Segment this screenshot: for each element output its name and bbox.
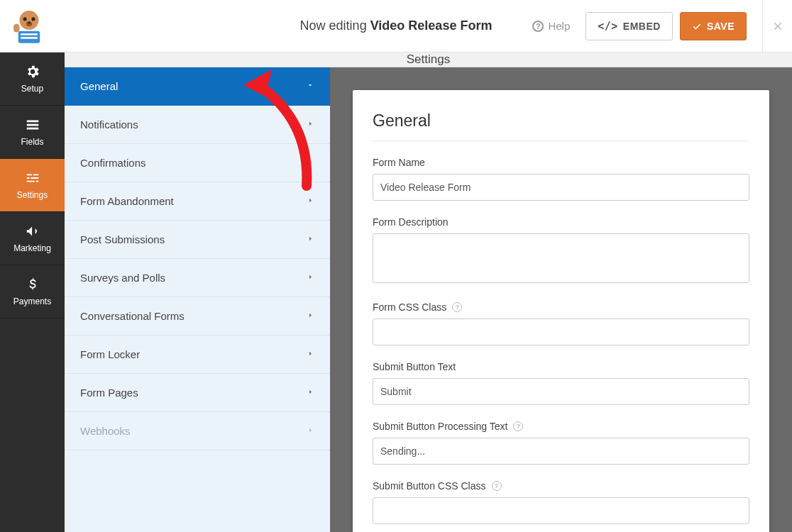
sliders-icon	[25, 170, 40, 186]
app-logo	[9, 6, 50, 47]
submit-processing-label: Submit Button Processing Text	[373, 421, 507, 432]
embed-label: EMBED	[623, 21, 661, 32]
sidebar-item-label: Confirmations	[80, 157, 146, 169]
help-icon: ?	[532, 21, 544, 32]
nav-marketing[interactable]: Marketing	[0, 212, 65, 265]
nav-label: Fields	[21, 137, 43, 147]
sidebar-item-confirmations[interactable]: Confirmations	[65, 144, 330, 182]
chevron-right-icon	[307, 272, 314, 283]
sidebar-item-label: Webhooks	[80, 425, 131, 437]
panel-heading: General	[373, 111, 749, 141]
chevron-right-icon	[307, 234, 314, 245]
chevron-right-icon	[307, 349, 314, 360]
sidebar-item-label: Surveys and Polls	[80, 272, 165, 284]
header-actions: ? Help </> EMBED SAVE	[532, 0, 792, 52]
submit-css-class-input[interactable]	[373, 497, 749, 524]
svg-point-0	[20, 11, 39, 30]
save-label: SAVE	[707, 21, 735, 32]
form-title: Video Release Form	[370, 18, 493, 33]
nav-fields[interactable]: Fields	[0, 106, 65, 159]
chevron-right-icon	[307, 311, 314, 321]
help-link[interactable]: ? Help	[532, 20, 570, 32]
nav-label: Settings	[17, 190, 48, 200]
help-label: Help	[548, 20, 570, 32]
check-icon	[692, 21, 702, 31]
sidebar-item-label: General	[80, 80, 118, 92]
sidebar-item-webhooks[interactable]: Webhooks	[65, 412, 330, 450]
nav-label: Setup	[21, 84, 43, 94]
settings-sidebar: General Notifications Confirmations	[65, 67, 330, 532]
svg-rect-7	[21, 37, 38, 39]
general-settings-panel: General Form Name Form Description Form …	[353, 90, 769, 532]
nav-payments[interactable]: Payments	[0, 265, 65, 318]
submit-css-class-label: Submit Button CSS Class	[373, 480, 486, 492]
list-icon	[25, 117, 40, 133]
sidebar-item-label: Notifications	[80, 118, 138, 131]
nav-setup[interactable]: Setup	[0, 52, 65, 106]
settings-title: Settings	[407, 52, 450, 67]
chevron-down-icon	[306, 81, 314, 92]
sidebar-item-form-pages[interactable]: Form Pages	[65, 374, 330, 412]
left-nav: Setup Fields Settings Marketing Payments	[0, 52, 65, 532]
settings-title-bar: Settings	[65, 52, 792, 67]
form-name-label: Form Name	[373, 157, 749, 168]
embed-button[interactable]: </> EMBED	[585, 12, 673, 40]
chevron-right-icon	[307, 157, 314, 168]
sidebar-item-label: Post Submissions	[80, 233, 165, 245]
sidebar-item-surveys-polls[interactable]: Surveys and Polls	[65, 259, 330, 297]
svg-rect-6	[21, 33, 38, 35]
sidebar-item-label: Form Pages	[80, 387, 138, 399]
nav-settings[interactable]: Settings	[0, 159, 65, 212]
chevron-right-icon	[307, 387, 314, 398]
chevron-right-icon	[307, 426, 314, 436]
submit-text-label: Submit Button Text	[373, 361, 749, 372]
sidebar-item-label: Form Locker	[80, 348, 140, 360]
form-css-class-input[interactable]	[373, 318, 749, 345]
form-css-class-label: Form CSS Class	[373, 301, 446, 313]
submit-processing-input[interactable]	[373, 438, 749, 465]
now-editing-title: Now editing Video Release Form	[300, 18, 493, 33]
dollar-icon	[25, 277, 40, 292]
sidebar-item-post-submissions[interactable]: Post Submissions	[65, 221, 330, 259]
sidebar-item-general[interactable]: General	[65, 67, 330, 106]
nav-label: Marketing	[13, 243, 51, 253]
gear-icon	[25, 64, 40, 79]
info-icon[interactable]: ?	[492, 481, 502, 491]
sidebar-item-conversational-forms[interactable]: Conversational Forms	[65, 297, 330, 336]
nav-label: Payments	[13, 297, 51, 306]
svg-point-4	[28, 21, 30, 23]
form-name-input[interactable]	[373, 174, 749, 201]
form-description-input[interactable]	[373, 233, 749, 283]
info-icon[interactable]: ?	[452, 302, 462, 312]
sidebar-item-notifications[interactable]: Notifications	[65, 106, 330, 144]
close-icon	[771, 20, 784, 33]
svg-point-2	[31, 17, 35, 21]
svg-rect-8	[13, 23, 19, 32]
bullhorn-icon	[25, 223, 40, 239]
save-button[interactable]: SAVE	[680, 12, 747, 40]
embed-icon: </>	[598, 20, 618, 33]
info-icon[interactable]: ?	[513, 421, 523, 431]
close-button[interactable]	[762, 0, 792, 52]
svg-point-1	[23, 17, 27, 21]
sidebar-item-label: Conversational Forms	[80, 310, 185, 322]
sidebar-item-form-locker[interactable]: Form Locker	[65, 336, 330, 374]
submit-text-input[interactable]	[373, 378, 749, 405]
app-header: Now editing Video Release Form ? Help </…	[0, 0, 792, 52]
chevron-right-icon	[307, 196, 314, 206]
chevron-right-icon	[307, 119, 314, 130]
sidebar-item-label: Form Abandonment	[80, 195, 174, 207]
sidebar-item-form-abandonment[interactable]: Form Abandonment	[65, 182, 330, 221]
form-description-label: Form Description	[373, 216, 749, 228]
now-editing-prefix: Now editing	[300, 18, 367, 33]
